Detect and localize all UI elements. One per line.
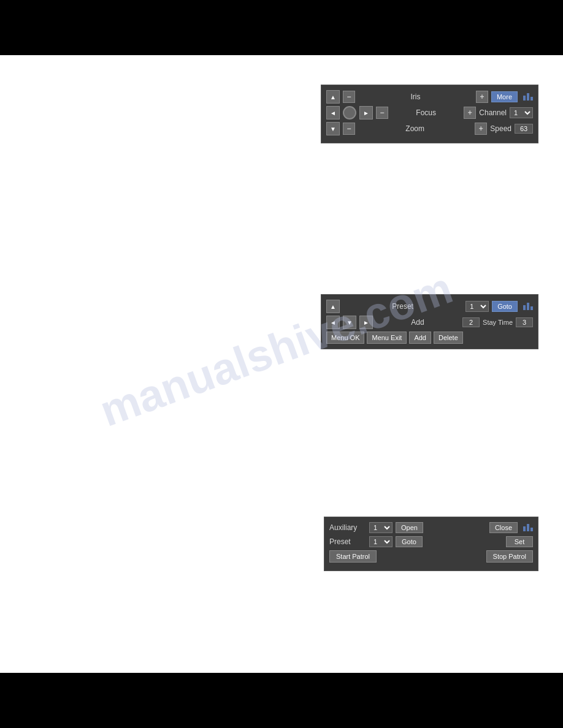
preset-up-button[interactable]: ▲: [326, 300, 340, 313]
focus-label: Focus: [391, 108, 461, 117]
top-bar: [0, 0, 563, 55]
channel-label: Channel: [479, 108, 507, 117]
panel3-indicator: [523, 524, 533, 531]
panel3-preset-label: Preset: [329, 537, 366, 546]
stop-patrol-button[interactable]: Stop Patrol: [486, 550, 533, 563]
p2-indicator-bar2: [527, 303, 529, 310]
iris-label: Iris: [358, 93, 473, 101]
tilt-down-button[interactable]: ▼: [326, 122, 340, 135]
speed-value: 63: [515, 124, 533, 134]
zoom-minus-button[interactable]: −: [343, 123, 355, 135]
zoom-label: Zoom: [358, 124, 472, 133]
iris-minus-button[interactable]: −: [343, 91, 355, 103]
panel1-row3: ▼ − Zoom + Speed 63: [326, 122, 533, 135]
auxiliary-select[interactable]: 1 2 3: [369, 522, 393, 533]
panel2-row1: ▲ Preset 1 2 3 Goto: [326, 300, 533, 313]
channel-select[interactable]: 1 2 3: [510, 107, 533, 118]
start-patrol-button[interactable]: Start Patrol: [329, 550, 377, 563]
preset-label: Preset: [343, 302, 462, 311]
preset-panel: ▲ Preset 1 2 3 Goto ◄ ▼ ► Add 2 Stay Tim…: [321, 294, 538, 349]
patrol-left-button[interactable]: ◄: [326, 316, 340, 329]
p2-indicator-bar1: [523, 305, 526, 310]
panel2-row3: Menu OK Menu Exit Add Delete: [326, 332, 533, 344]
open-button[interactable]: Open: [396, 522, 423, 533]
indicator-bar2: [527, 93, 529, 100]
bottom-bar: [0, 673, 563, 728]
pan-center-button[interactable]: [343, 106, 356, 119]
iris-up-button[interactable]: ▲: [326, 90, 340, 104]
ptz-control-panel: ▲ − Iris + More ◄ ► − Focus + Channel 1 …: [321, 85, 538, 143]
panel2-indicator: [523, 303, 533, 310]
speed-label: Speed: [490, 124, 511, 133]
panel3-row3: Start Patrol Stop Patrol: [329, 550, 533, 563]
focus-plus-button[interactable]: +: [464, 107, 476, 119]
indicator-bar1: [523, 96, 526, 100]
panel1-row1: ▲ − Iris + More: [326, 90, 533, 104]
close-button[interactable]: Close: [489, 522, 518, 533]
patrol-down-button[interactable]: ▼: [343, 316, 356, 329]
auxiliary-label: Auxiliary: [329, 523, 366, 532]
focus-minus-button[interactable]: −: [376, 107, 388, 119]
auxiliary-panel: Auxiliary 1 2 3 Open Close Preset 1 2 3: [324, 517, 538, 571]
zoom-plus-button[interactable]: +: [475, 123, 487, 135]
panel3-goto-button[interactable]: Goto: [396, 536, 423, 547]
panel1-row2: ◄ ► − Focus + Channel 1 2 3: [326, 106, 533, 119]
watermark-text: manualshive.com: [93, 262, 459, 436]
p2-indicator-bar3: [530, 306, 533, 310]
pan-right-button[interactable]: ►: [359, 106, 373, 119]
watermark: manualshive.com: [92, 227, 460, 472]
iris-plus-button[interactable]: +: [476, 91, 488, 103]
preset-select[interactable]: 1 2 3: [465, 301, 489, 312]
menu-exit-button[interactable]: Menu Exit: [367, 332, 407, 344]
menu-ok-button[interactable]: Menu OK: [326, 332, 364, 344]
p3-indicator-bar1: [523, 526, 526, 531]
pan-left-button[interactable]: ◄: [326, 106, 340, 119]
add-value: 2: [462, 317, 480, 327]
panel2-row2: ◄ ▼ ► Add 2 Stay Time 3: [326, 316, 533, 329]
panel3-row1: Auxiliary 1 2 3 Open Close: [329, 522, 533, 533]
stay-time-value: 3: [516, 317, 533, 327]
add-label: Add: [376, 318, 459, 327]
set-button[interactable]: Set: [506, 536, 533, 547]
delete-button[interactable]: Delete: [434, 332, 463, 344]
panel3-row2: Preset 1 2 3 Goto Set: [329, 536, 533, 547]
indicator-bar3: [530, 97, 533, 100]
patrol-right-button[interactable]: ►: [359, 316, 373, 329]
more-button[interactable]: More: [491, 91, 518, 102]
stay-time-label: Stay Time: [483, 319, 513, 326]
content-area: manualshive.com ▲ − Iris + More ◄ ► − Fo…: [0, 55, 563, 673]
panel3-preset-select[interactable]: 1 2 3: [369, 536, 393, 547]
goto-button[interactable]: Goto: [492, 301, 518, 312]
panel1-indicator: [523, 93, 533, 100]
p3-indicator-bar2: [527, 524, 529, 531]
p3-indicator-bar3: [530, 528, 533, 531]
add-button[interactable]: Add: [409, 332, 431, 344]
